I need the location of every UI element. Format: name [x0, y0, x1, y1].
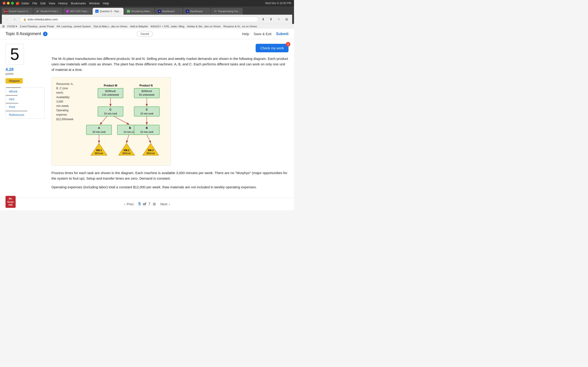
bookmark-dan-abby[interactable]: Dan & Abby |...deo on Vimeo	[94, 25, 127, 28]
menu-history[interactable]: History	[58, 2, 68, 5]
machine-c-n-label: C	[146, 108, 148, 111]
tab-5-favicon: ★	[158, 10, 161, 13]
bookmark-cvent[interactable]: Cvent Passkey...anner Portal	[20, 25, 54, 28]
rm2-price: $40/unit	[122, 152, 131, 155]
bookmark-babylist[interactable]: Add to Babylist	[130, 25, 148, 28]
tab-2[interactable]: M MGT-655 Topic...	[63, 8, 92, 15]
bookmark-food[interactable]: FOOD ▾	[7, 25, 17, 28]
info-icon[interactable]: i	[43, 32, 48, 36]
bookmark-roxanne[interactable]: Roxanne & Gr...eo on Vimeo	[224, 25, 257, 28]
arrow-bm-to-rm2	[127, 135, 129, 143]
page-indicator: 5 of 7 ⊞	[138, 202, 156, 206]
menu-help[interactable]: Help	[103, 2, 109, 5]
prev-label: Prev	[127, 202, 134, 206]
arrow-bn-to-rm3	[147, 135, 151, 143]
browser-chrome: GCU Grand Canyon U... SP Student Portal …	[0, 6, 294, 24]
machine-a-time: 20 min./unit	[92, 131, 105, 133]
tab-6-favicon: ★	[186, 10, 189, 13]
bookmark-ashley-vimeo[interactable]: Ashley & Ste...deo on Vimeo	[187, 25, 221, 28]
main-area: 5 4.28 points Skipped eBook Hint Print R…	[0, 39, 294, 198]
app-header-center: Saved	[137, 31, 153, 37]
tab-3-favicon: Q	[95, 10, 99, 13]
assignment-title: Topic 8 Assignment	[6, 31, 41, 36]
title-bar-right: Wed Nov 9 10:00 PM	[265, 2, 291, 5]
bookmark-ihi[interactable]: IHI: Learning...ement System	[57, 25, 91, 28]
points-label: points	[6, 72, 44, 75]
bookmark-ashley[interactable]: ASHLEY + STE...bsite / Blog	[150, 25, 184, 28]
minimize-button[interactable]	[7, 2, 10, 5]
machine-c-n-time: 15 min./unit	[140, 112, 153, 115]
print-button[interactable]: Print	[6, 103, 18, 111]
maximize-button[interactable]	[11, 2, 14, 5]
menu-file[interactable]: File	[32, 2, 37, 5]
back-button[interactable]: ‹	[4, 16, 10, 23]
prev-button[interactable]: ‹ Prev	[124, 202, 134, 206]
tab-4-favicon: SM	[127, 10, 130, 13]
tab-4[interactable]: SM Simplifying Mate...	[124, 8, 155, 15]
diagram-svg: Product M Product N $190/unit 110 units/…	[77, 82, 169, 160]
check-my-work-button[interactable]: Check my work 1	[256, 44, 288, 52]
check-my-work-label: Check my work	[260, 46, 284, 50]
arrow-cm-to-bm	[114, 116, 129, 124]
product-m-title: Product M	[104, 84, 117, 87]
tab-7[interactable]: PT Paraphrasing Too...	[211, 8, 243, 15]
browser-toolbar: ‹ › 🔒 ezto.mheducation.com ⬇ ⬆ ＋ ⊞	[2, 15, 292, 24]
references-button[interactable]: References	[6, 111, 27, 118]
tab-2-label: MGT-655 Topic...	[70, 10, 90, 13]
next-arrow-icon: ›	[169, 202, 170, 206]
url-text: ezto.mheducation.com	[28, 18, 58, 21]
machine-c-m-label: C	[109, 108, 111, 111]
help-button[interactable]: Help	[242, 32, 249, 36]
tab-0[interactable]: GCU Grand Canyon U...	[2, 8, 33, 15]
question-number: 5	[10, 45, 19, 64]
new-tab-icon[interactable]: ＋	[276, 16, 282, 23]
next-label: Next	[160, 202, 167, 206]
tab-6-label: Dashboard	[190, 10, 203, 13]
forward-button[interactable]: ›	[11, 16, 18, 23]
check-my-work-container: Check my work 1	[52, 44, 288, 52]
extra-text-2: Operating expenses (including labor) tot…	[52, 184, 288, 190]
product-n-price: $200/unit	[141, 90, 152, 92]
menu-view[interactable]: View	[49, 2, 55, 5]
hint-button[interactable]: Hint	[6, 95, 17, 103]
close-button[interactable]	[3, 2, 6, 5]
tab-3[interactable]: Q Question 5 - Topi...	[93, 8, 124, 15]
bottom-nav: Mc Graw Hill ‹ Prev 5 of 7 ⊞ Next ›	[0, 198, 294, 210]
app-content: Topic 8 Assignment i Saved Help Save & E…	[0, 29, 294, 198]
current-page: 5	[138, 202, 141, 206]
tab-6[interactable]: ★ Dashboard	[183, 8, 211, 15]
download-icon[interactable]: ⬇	[260, 16, 267, 23]
check-badge: 1	[286, 42, 290, 47]
content-area: Check my work 1 The M–N plant manufactur…	[49, 44, 288, 193]
menu-bookmarks[interactable]: Bookmarks	[71, 2, 86, 5]
bookmark-apps[interactable]: ⊞	[2, 25, 5, 28]
grid-view-button[interactable]: ⊞	[153, 202, 156, 206]
product-n-demand: 50 units/week	[139, 93, 155, 96]
system-time: Wed Nov 9 10:00 PM	[265, 2, 291, 5]
address-bar[interactable]: 🔒 ezto.mheducation.com	[20, 17, 258, 22]
submit-button[interactable]: Submit	[276, 32, 288, 36]
sidebar-toggle-icon[interactable]: ⊞	[284, 16, 290, 23]
tab-1[interactable]: SP Student Portal |...	[33, 8, 63, 15]
menu-safari[interactable]: Safari	[21, 2, 29, 5]
menu-edit[interactable]: Edit	[40, 2, 45, 5]
machine-b-m-label: B	[129, 126, 131, 130]
tab-0-label: Grand Canyon U...	[9, 10, 30, 13]
product-m-demand: 110 units/week	[102, 93, 119, 96]
ebook-button[interactable]: eBook	[6, 87, 21, 95]
points-section: 4.28 points	[6, 67, 44, 75]
points-value: 4.28	[6, 67, 44, 72]
tab-3-label: Question 5 - Topi...	[100, 10, 121, 13]
machine-a-label: A	[98, 126, 100, 130]
diagram-container: Resources: A, B, C (one each) Availabili…	[52, 77, 171, 166]
menu-window[interactable]: Window	[89, 2, 100, 5]
next-button[interactable]: Next ›	[160, 202, 170, 206]
tab-5[interactable]: ★ Dashboard	[155, 8, 183, 15]
arrow-cm-to-a	[100, 116, 107, 124]
share-icon[interactable]: ⬆	[268, 16, 274, 23]
question-number-box: 5	[6, 44, 24, 65]
mcgraw-hill-logo: Mc Graw Hill	[6, 196, 16, 208]
question-body-text: The M–N plant manufactures two different…	[52, 56, 288, 73]
diagram-resources: Resources: A, B, C (one each) Availabili…	[56, 82, 73, 122]
save-exit-button[interactable]: Save & Exit	[254, 32, 271, 36]
